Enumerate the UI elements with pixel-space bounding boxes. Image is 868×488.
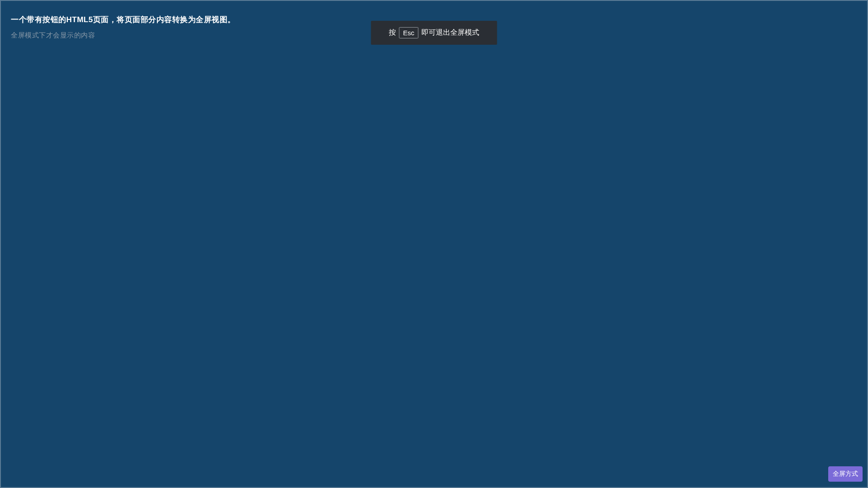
toast-text-after: 即可退出全屏模式	[421, 28, 479, 38]
esc-key-icon: Esc	[399, 27, 418, 38]
exit-fullscreen-toast: 按 Esc 即可退出全屏模式	[371, 21, 497, 45]
toast-text-before: 按	[389, 28, 396, 38]
fullscreen-button[interactable]: 全屏方式	[828, 466, 863, 482]
